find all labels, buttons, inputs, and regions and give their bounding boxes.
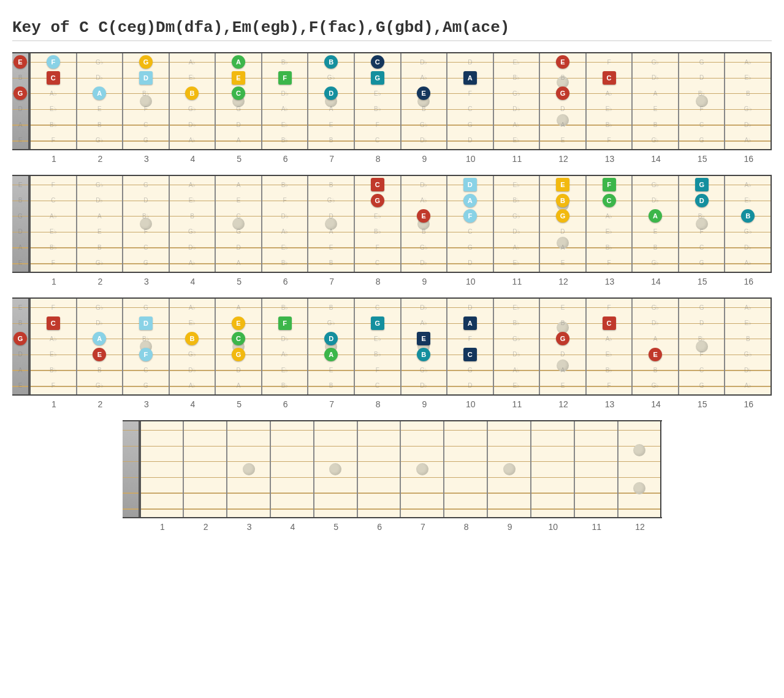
ghost-note: G♭ — [649, 178, 662, 191]
inlay-dot — [633, 482, 645, 494]
ghost-note: G♭ — [93, 134, 106, 147]
ghost-note: E — [556, 256, 569, 270]
ghost-note: G♭ — [417, 240, 430, 254]
fret-5: AECGDA — [216, 176, 262, 272]
ghost-note: F — [278, 194, 292, 207]
fret-number: 2 — [77, 399, 124, 409]
nut — [123, 421, 141, 517]
note-marker: A — [324, 348, 338, 361]
nut: BDAEEG — [12, 53, 31, 149]
ghost-note: G — [695, 134, 709, 147]
ghost-note: F — [603, 301, 616, 314]
ghost-note: A — [93, 209, 106, 223]
fret-numbers: 123456789101112 — [123, 522, 662, 532]
note-marker: F — [47, 55, 60, 69]
fret-number: 8 — [355, 399, 402, 409]
fret-number: 13 — [587, 399, 633, 409]
ghost-note: D♭ — [509, 102, 523, 116]
ghost-note: B♭ — [695, 209, 709, 223]
ghost-note: E — [13, 301, 27, 314]
fret-number: 10 — [447, 399, 494, 409]
fret-number: 10 — [447, 154, 494, 164]
fret-2: G♭D♭BG♭AE — [77, 299, 124, 394]
ghost-note: A♭ — [603, 332, 616, 345]
fret-number: 1 — [31, 399, 77, 409]
ghost-note: B — [556, 316, 569, 330]
ghost-note: B — [324, 301, 338, 314]
fret-6: B♭D♭A♭E♭B♭F — [262, 53, 309, 149]
fret-number: 2 — [77, 154, 124, 164]
fret-9: D♭A♭G♭D♭EB — [402, 299, 448, 394]
ghost-note: D — [556, 348, 569, 361]
fret-7: BG♭DAEB — [308, 176, 355, 272]
fret-12: EBDAEG — [540, 299, 587, 394]
ghost-note: C — [371, 134, 384, 147]
ghost-note: D♭ — [649, 194, 662, 207]
fretboard: BDAEEGA♭E♭B♭FFCG♭D♭EBG♭AB♭FCGGDA♭E♭G♭D♭A… — [12, 52, 772, 150]
ghost-note: G♭ — [324, 316, 338, 330]
fret-12: BDAEEG — [540, 53, 587, 149]
fret-number: 12 — [540, 277, 587, 286]
ghost-note: A — [556, 363, 569, 377]
note-marker: F — [603, 178, 616, 191]
ghost-note: D — [13, 225, 27, 239]
ghost-note: G♭ — [509, 209, 523, 223]
ghost-note: F — [463, 86, 477, 100]
ghost-note: B♭ — [47, 118, 60, 131]
ghost-note: E — [13, 134, 27, 147]
note-marker: E — [417, 86, 430, 100]
fret-12 — [618, 421, 662, 517]
ghost-note: G — [695, 55, 709, 69]
ghost-note: E♭ — [371, 86, 384, 100]
ghost-note: D♭ — [278, 209, 292, 223]
ghost-note: G♭ — [741, 102, 755, 116]
fret-number: 15 — [679, 154, 726, 164]
ghost-note: D♭ — [509, 225, 523, 239]
fret-8: E♭B♭FCCG — [355, 53, 402, 149]
ghost-note: G♭ — [93, 256, 106, 270]
fret-1 — [141, 421, 185, 517]
ghost-note: A — [13, 240, 27, 254]
ghost-note: D — [463, 134, 477, 147]
fret-number: 6 — [262, 154, 309, 164]
ghost-note: G — [139, 134, 153, 147]
ghost-note: F — [463, 332, 477, 345]
ghost-note: D♭ — [417, 178, 430, 191]
note-marker: C — [371, 55, 384, 69]
note-marker: G — [695, 178, 709, 191]
ghost-note: A♭ — [509, 118, 523, 131]
inlay-dot — [329, 463, 341, 475]
ghost-note: B♭ — [139, 332, 153, 345]
ghost-note: C — [47, 194, 60, 207]
ghost-note: B♭ — [47, 240, 60, 254]
ghost-note: G — [463, 240, 477, 254]
note-marker: E — [13, 55, 27, 69]
ghost-note: E♭ — [509, 379, 523, 393]
ghost-note: B — [324, 178, 338, 191]
fretboard-4: 123456789101112 — [12, 420, 772, 532]
ghost-note: G — [463, 118, 477, 131]
ghost-note: B♭ — [603, 363, 616, 377]
fret-16: A♭E♭BG♭D♭A♭ — [725, 299, 772, 394]
note-marker: G — [232, 348, 245, 361]
ghost-note: D♭ — [741, 240, 755, 254]
fret-1: FA♭E♭B♭FC — [31, 299, 77, 394]
ghost-note: A♭ — [47, 86, 60, 100]
ghost-note: B — [93, 118, 106, 131]
ghost-note: G♭ — [417, 118, 430, 131]
ghost-note: E♭ — [741, 194, 755, 207]
fret-number: 5 — [314, 522, 358, 532]
ghost-note: E♭ — [185, 194, 199, 207]
ghost-note: D — [695, 316, 709, 330]
ghost-note: A — [232, 134, 245, 147]
ghost-note: G — [139, 379, 153, 393]
fret-number: 4 — [170, 277, 216, 286]
ghost-note: E — [556, 379, 569, 393]
ghost-note: D — [556, 225, 569, 239]
fret-15: GDB♭FCG — [679, 299, 726, 394]
fret-8: CE♭B♭FCG — [355, 299, 402, 394]
note-marker: A — [463, 316, 477, 330]
ghost-note: E — [232, 194, 245, 207]
fret-number: 9 — [402, 399, 448, 409]
note-marker: E — [232, 71, 245, 85]
